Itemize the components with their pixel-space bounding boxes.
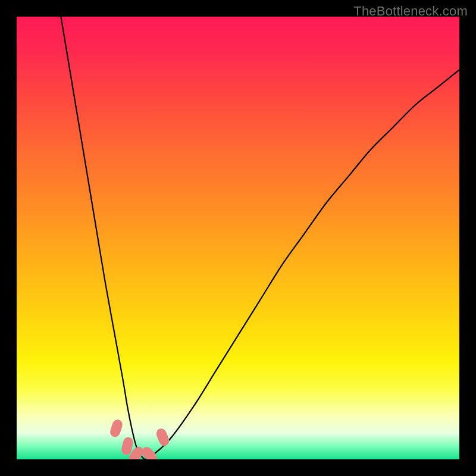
curve-marker: [155, 427, 171, 447]
bottleneck-curve-svg: [17, 17, 459, 459]
curve-marker: [109, 418, 124, 439]
curve-marker-group: [109, 418, 171, 459]
bottleneck-curve-path: [61, 17, 459, 459]
chart-plot-area: [17, 17, 459, 459]
